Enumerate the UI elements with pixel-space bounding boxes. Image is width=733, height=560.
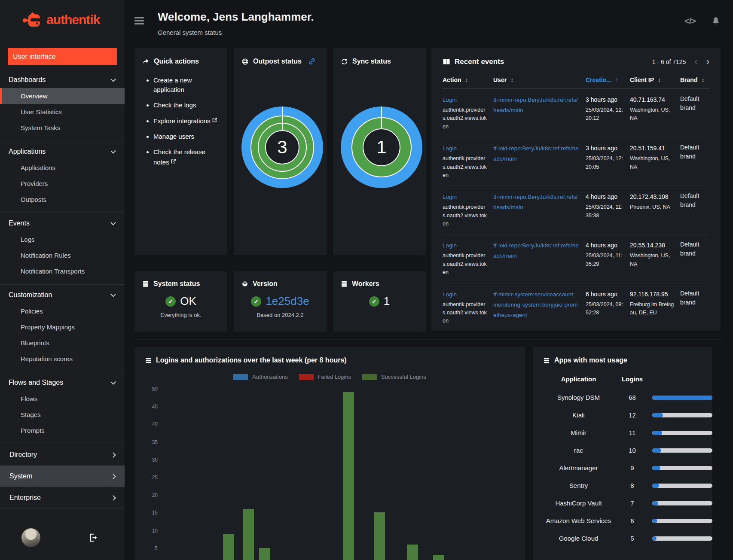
system-status-value: OK	[180, 295, 196, 308]
link-icon[interactable]	[308, 58, 315, 65]
authentik-logo-icon	[22, 12, 43, 27]
pagination-prev-icon[interactable]: ‹	[694, 59, 697, 65]
app-login-count: 5	[614, 535, 651, 542]
chevron-right-icon	[110, 495, 116, 501]
event-action-link[interactable]: Login	[443, 145, 457, 152]
sync-status-title: Sync status	[352, 58, 391, 65]
y-axis-tick-label: 15	[145, 510, 158, 516]
outpost-status-title: Outpost status	[253, 58, 302, 65]
section-divider	[134, 263, 426, 263]
sidebar-section-dashboards[interactable]: Dashboards	[0, 70, 125, 88]
quick-action-manage-users[interactable]: Manage users	[153, 133, 194, 140]
quick-action-explore-integrations[interactable]: Explore integrations	[153, 117, 211, 125]
chart-bar-successful-logins	[343, 392, 354, 560]
sidebar-section-applications[interactable]: Applications	[0, 141, 125, 160]
sidebar-section-customization[interactable]: Customization	[0, 285, 125, 303]
app-login-count: 6	[614, 517, 651, 524]
column-header-user[interactable]: User↕	[493, 76, 586, 83]
page-title: Welcome, Jens Langhammer.	[158, 10, 314, 24]
version-title: Version	[253, 280, 278, 288]
event-row: Loginauthentik.providers.oauth2.views.to…	[443, 186, 709, 234]
event-row: Loginauthentik.providers.oauth2.views.to…	[443, 283, 709, 331]
apps-usage-table: Application Logins Synology DSM 68 Kiali…	[543, 375, 702, 547]
sidebar-item-outposts[interactable]: Outposts	[0, 192, 125, 207]
chart-bar-successful-logins	[243, 509, 254, 560]
system-status-title: System status	[153, 280, 200, 288]
pagination-next-icon[interactable]: ›	[706, 59, 709, 65]
sidebar-item-flows[interactable]: Flows	[0, 391, 125, 407]
sidebar-section-flows-and-stages[interactable]: Flows and Stages	[0, 372, 125, 391]
quick-action-release-notes[interactable]: Check the release notes	[153, 148, 205, 166]
column-header-brand[interactable]: Brand↕	[680, 76, 709, 83]
column-header-client-ip[interactable]: Client IP↕	[630, 76, 680, 83]
event-user-link[interactable]: tf-mimir-repo:BeryJu/k8s:ref:refs/heads/…	[493, 194, 578, 210]
sidebar-section-system[interactable]: System	[0, 466, 125, 487]
y-axis-tick-label: 50	[145, 386, 158, 392]
check-circle-icon: ✓	[251, 296, 261, 307]
sidebar-item-stages[interactable]: Stages	[0, 407, 125, 423]
sidebar-item-policies[interactable]: Policies	[0, 303, 125, 319]
events-table: Action↕ User↕ Creatio...↑ Client IP↕ Bra…	[443, 76, 709, 331]
sidebar-item-providers[interactable]: Providers	[0, 176, 125, 192]
quick-action-create-application[interactable]: Create a new application	[153, 76, 192, 93]
y-axis-tick-label: 35	[145, 439, 158, 445]
user-interface-button[interactable]: User interface	[8, 48, 117, 65]
section-divider	[134, 340, 721, 340]
hamburger-menu-icon[interactable]	[134, 17, 144, 48]
sidebar-section-directory[interactable]: Directory	[0, 444, 125, 466]
app-login-count: 8	[614, 482, 651, 489]
logout-icon[interactable]	[89, 533, 98, 542]
event-action-link[interactable]: Login	[443, 242, 457, 249]
page-subtitle: General system status	[158, 29, 314, 36]
workers-title: Workers	[352, 280, 379, 288]
sidebar-item-system-tasks[interactable]: System Tasks	[0, 120, 125, 136]
avatar[interactable]	[21, 528, 40, 547]
sidebar-item-prompts[interactable]: Prompts	[0, 423, 125, 438]
nav-group-dashboards: Dashboards Overview User Statistics Syst…	[0, 70, 125, 141]
sidebar-item-user-statistics[interactable]: User Statistics	[0, 104, 125, 120]
api-code-icon[interactable]: </>	[684, 16, 696, 26]
y-axis-tick-label: 45	[145, 404, 158, 410]
sidebar-item-reputation-scores[interactable]: Reputation scores	[0, 351, 125, 367]
event-user-link[interactable]: tf-mimir-system:serviceaccount:monitorin…	[493, 291, 578, 318]
event-action-link[interactable]: Login	[443, 291, 457, 298]
event-row: Loginauthentik.providers.oauth2.views.to…	[443, 89, 709, 137]
sidebar-item-property-mappings[interactable]: Property Mappings	[0, 319, 125, 335]
event-action-link[interactable]: Login	[443, 97, 457, 103]
chart-bar-successful-logins	[374, 512, 385, 560]
check-circle-icon: ✓	[165, 296, 176, 307]
chevron-down-icon	[110, 379, 116, 385]
sidebar-item-notification-rules[interactable]: Notification Rules	[0, 247, 125, 263]
event-user-link[interactable]: tf-loki-repo:BeryJu/k8s:ref:refs/heads/m…	[493, 242, 579, 259]
sidebar-section-enterprise[interactable]: Enterprise	[0, 487, 125, 508]
sidebar-section-events[interactable]: Events	[0, 213, 125, 231]
y-axis-tick-label: 5	[145, 545, 158, 551]
book-icon	[443, 58, 450, 65]
chevron-down-icon	[110, 292, 116, 297]
sidebar-item-logs[interactable]: Logs	[0, 231, 125, 247]
quick-actions-card: Quick actions Create a new application C…	[134, 48, 227, 255]
external-link-icon	[212, 116, 217, 124]
sidebar-item-notification-transports[interactable]: Notification Transports	[0, 263, 125, 279]
event-user-link[interactable]: tf-mimir-repo:BeryJu/k8s:ref:refs/heads/…	[493, 97, 578, 113]
logo-wordmark: authentik	[46, 12, 100, 27]
column-header-creation[interactable]: Creatio...↑	[586, 76, 630, 83]
notifications-bell-icon[interactable]	[711, 16, 721, 26]
y-axis-tick-label: 25	[145, 475, 158, 481]
quick-actions-list: Create a new application Check the logs …	[147, 76, 220, 167]
sidebar-item-applications[interactable]: Applications	[0, 160, 125, 176]
app-login-count: 11	[614, 429, 651, 436]
chart-bar-successful-logins	[223, 534, 234, 560]
version-value-link[interactable]: 1e25d3e	[266, 295, 309, 308]
chevron-down-icon	[110, 220, 116, 225]
sidebar-item-overview[interactable]: Overview	[0, 88, 125, 104]
sidebar-item-blueprints[interactable]: Blueprints	[0, 335, 125, 351]
event-user-link[interactable]: tf-loki-repo:BeryJu/k8s:ref:refs/heads/m…	[493, 145, 579, 162]
events-table-header: Action↕ User↕ Creatio...↑ Client IP↕ Bra…	[443, 76, 709, 89]
event-action-link[interactable]: Login	[443, 194, 457, 200]
sidebar-nav: Dashboards Overview User Statistics Syst…	[0, 70, 125, 509]
quick-action-check-logs[interactable]: Check the logs	[153, 101, 196, 109]
app-usage-bar	[652, 448, 712, 453]
column-header-action[interactable]: Action↕	[443, 76, 493, 83]
authentik-logo: authentik	[0, 0, 125, 30]
